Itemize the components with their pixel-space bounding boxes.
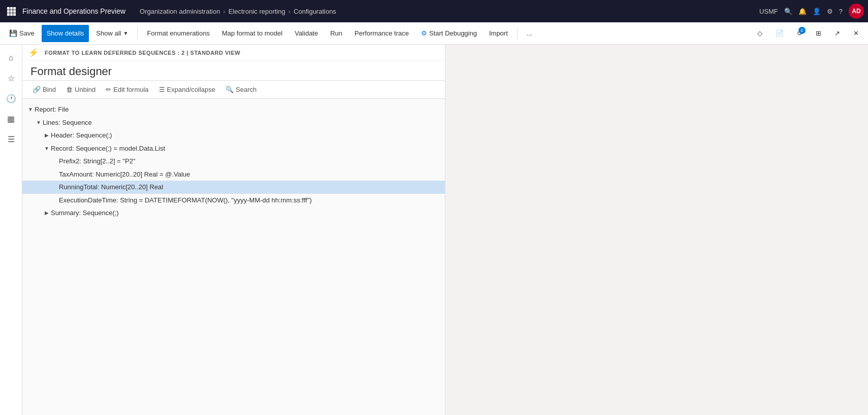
grid-menu-icon[interactable] [4, 4, 18, 18]
designer-title: Format designer [30, 65, 437, 78]
avatar[interactable]: AD [849, 4, 864, 19]
search-small-icon: 🔍 [226, 86, 234, 93]
tree-item-header[interactable]: ▶Header: Sequence(;) [22, 129, 445, 142]
tree-item-report[interactable]: ▼Report: File [22, 103, 445, 116]
top-bar-right: USMF 🔍 🔔 👤 ⚙ ? AD [759, 4, 864, 19]
nav-calendar-icon[interactable]: ▦ [2, 110, 20, 128]
validate-label: Validate [295, 29, 318, 37]
tree-item-executiondatetime[interactable]: ExecutionDateTime: String = DATETIMEFORM… [22, 194, 445, 207]
breadcrumb-config[interactable]: Configurations [294, 8, 336, 15]
diamond-icon-btn[interactable]: ◇ [752, 25, 767, 42]
expand-collapse-button[interactable]: ☰ Expand/collapse [155, 84, 219, 95]
svg-rect-5 [13, 10, 16, 13]
unbind-icon: 🗑 [66, 86, 73, 93]
nav-list-icon[interactable]: ☰ [2, 130, 20, 148]
tree-item-runningtotal[interactable]: RunningTotal: Numeric[20..20] Real [22, 181, 445, 194]
app-title: Finance and Operations Preview [22, 7, 136, 15]
show-details-button[interactable]: Show details [42, 25, 89, 42]
designer-header: Format designer [22, 61, 445, 81]
svg-rect-4 [10, 10, 13, 13]
nav-home-icon[interactable]: ⌂ [2, 49, 20, 67]
tree-item-lines[interactable]: ▼Lines: Sequence [22, 116, 445, 129]
tree-toggle-record[interactable]: ▼ [43, 144, 51, 152]
toolbar-sep-2 [517, 27, 518, 40]
search-button[interactable]: 🔍 Search [221, 84, 261, 95]
tree-label-prefix2: Prefix2: String[2..2] = "P2" [59, 156, 136, 166]
breadcrumb: Organization administration › Electronic… [140, 8, 755, 15]
tree-label-lines: Lines: Sequence [43, 118, 92, 128]
import-button[interactable]: Import [484, 25, 513, 42]
tree-toggle-report[interactable]: ▼ [26, 106, 35, 114]
tree-label-record: Record: Sequence(;) = model.Data.List [51, 144, 165, 154]
designer-toolbar: 🔗 Bind 🗑 Unbind ✏ Edit formula ☰ Expand/… [22, 81, 445, 99]
nav-clock-icon[interactable]: 🕐 [2, 89, 20, 108]
bell-icon[interactable]: 🔔 [798, 8, 807, 15]
right-area: 📄 SampleReport.txt - Notepad — □ ✕ File … [445, 45, 868, 415]
tree-toggle-lines[interactable]: ▼ [35, 118, 43, 126]
tree-item-prefix2[interactable]: Prefix2: String[2..2] = "P2" [22, 155, 445, 168]
search-label: Search [236, 86, 256, 93]
tree-item-summary[interactable]: ▶Summary: Sequence(;) [22, 206, 445, 220]
more-button[interactable]: ... [522, 25, 537, 42]
start-debugging-label: Start Debugging [429, 29, 477, 37]
unbind-button[interactable]: 🗑 Unbind [62, 84, 100, 95]
tree-container: ▼Report: File▼Lines: Sequence▶Header: Se… [22, 99, 445, 415]
open-new-btn[interactable]: ↗ [829, 25, 845, 42]
svg-rect-6 [7, 13, 10, 16]
person-icon[interactable]: 👤 [813, 8, 821, 15]
bind-label: Bind [43, 86, 56, 93]
filter-icon[interactable]: ⚡ [28, 48, 39, 57]
page-icon-btn[interactable]: 📄 [770, 25, 789, 42]
tree-label-runningtotal: RunningTotal: Numeric[20..20] Real [59, 182, 163, 192]
help-icon[interactable]: ? [839, 8, 843, 15]
show-details-label: Show details [47, 29, 84, 37]
svg-rect-0 [7, 7, 10, 10]
show-all-label: Show all [96, 29, 121, 37]
env-label: USMF [759, 8, 778, 15]
top-bar: Finance and Operations Preview Organizat… [0, 0, 868, 22]
side-icons: ⌂ ☆ 🕐 ▦ ☰ [0, 45, 22, 415]
breadcrumb-er[interactable]: Electronic reporting [229, 8, 285, 15]
designer-panel: ⚡ FORMAT TO LEARN DEFERRED SEQUENCES : 2… [22, 45, 445, 415]
filter-row: ⚡ FORMAT TO LEARN DEFERRED SEQUENCES : 2… [22, 45, 445, 61]
breadcrumb-org[interactable]: Organization administration [140, 8, 220, 15]
close-btn[interactable]: ✕ [848, 25, 864, 42]
tree-toggle-header[interactable]: ▶ [43, 131, 51, 140]
gear-icon[interactable]: ⚙ [827, 8, 833, 15]
breadcrumb-sep-1: › [223, 8, 225, 15]
bind-button[interactable]: 🔗 Bind [28, 84, 60, 95]
tree-toggle-taxamount [51, 170, 59, 178]
save-icon: 💾 [9, 29, 17, 37]
show-all-button[interactable]: Show all ▼ [91, 25, 133, 42]
tree-label-executiondatetime: ExecutionDateTime: String = DATETIMEFORM… [59, 195, 312, 205]
performance-trace-button[interactable]: Performance trace [349, 25, 414, 42]
svg-rect-2 [13, 7, 16, 10]
edit-formula-label: Edit formula [113, 86, 148, 93]
refresh-badge-btn[interactable]: 0 ↺ [792, 25, 808, 42]
start-debugging-button[interactable]: ⚙ Start Debugging [416, 25, 482, 42]
map-format-label: Map format to model [222, 29, 282, 37]
tree-toggle-runningtotal [51, 183, 59, 191]
toolbar-sep-1 [137, 27, 138, 40]
tree-item-taxamount[interactable]: TaxAmount: Numeric[20..20] Real = @.Valu… [22, 168, 445, 181]
validate-button[interactable]: Validate [290, 25, 323, 42]
performance-trace-label: Performance trace [355, 29, 409, 37]
import-label: Import [489, 29, 508, 37]
main-toolbar: 💾 Save Show details Show all ▼ Format en… [0, 22, 868, 45]
edit-formula-button[interactable]: ✏ Edit formula [102, 84, 152, 95]
tree-toggle-executiondatetime [51, 196, 59, 204]
run-button[interactable]: Run [325, 25, 347, 42]
nav-star-icon[interactable]: ☆ [2, 69, 20, 87]
map-format-button[interactable]: Map format to model [217, 25, 287, 42]
svg-rect-1 [10, 7, 13, 10]
save-button[interactable]: 💾 Save [4, 25, 40, 42]
bind-icon: 🔗 [33, 86, 41, 93]
tree-toggle-summary[interactable]: ▶ [43, 209, 51, 217]
maximize-btn[interactable]: ⊞ [811, 25, 826, 42]
tree-label-header: Header: Sequence(;) [51, 130, 112, 141]
run-label: Run [330, 29, 342, 37]
format-enumerations-button[interactable]: Format enumerations [142, 25, 215, 42]
tree-item-record[interactable]: ▼Record: Sequence(;) = model.Data.List [22, 142, 445, 155]
search-icon[interactable]: 🔍 [784, 8, 792, 15]
breadcrumb-text: FORMAT TO LEARN DEFERRED SEQUENCES : 2 |… [45, 50, 240, 56]
